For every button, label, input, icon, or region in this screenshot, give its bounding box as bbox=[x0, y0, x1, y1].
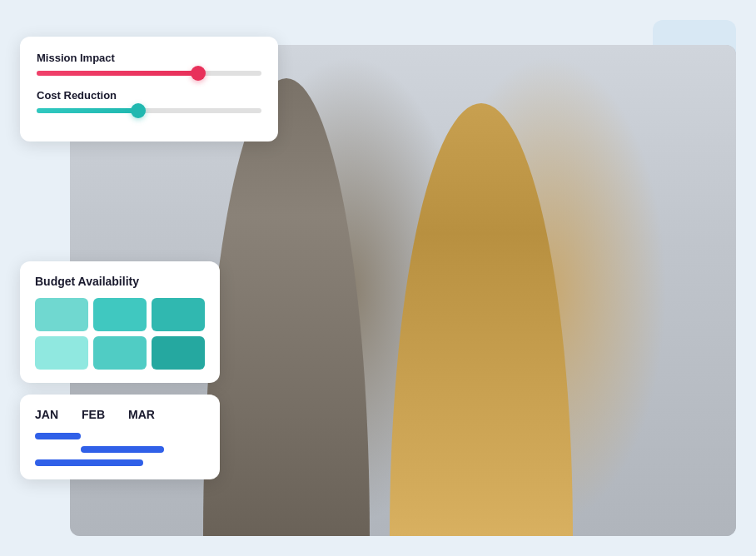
budget-grid bbox=[35, 298, 205, 370]
month-bar-1 bbox=[35, 433, 81, 439]
cost-reduction-label: Cost Reduction bbox=[37, 89, 261, 102]
month-bar-3 bbox=[35, 459, 143, 466]
mission-impact-track[interactable] bbox=[37, 71, 261, 76]
budget-cell bbox=[35, 336, 88, 370]
month-label-jan: JAN bbox=[35, 408, 58, 421]
cost-reduction-track[interactable] bbox=[37, 108, 261, 113]
budget-cell bbox=[93, 336, 147, 370]
budget-card: Budget Availability bbox=[20, 261, 220, 383]
budget-cell bbox=[93, 298, 147, 331]
budget-cell bbox=[35, 298, 88, 331]
month-label-mar: MAR bbox=[128, 408, 155, 421]
cost-reduction-slider-container: Cost Reduction bbox=[37, 89, 261, 113]
cost-reduction-fill bbox=[37, 108, 138, 113]
cost-reduction-thumb[interactable] bbox=[131, 103, 146, 118]
budget-card-title: Budget Availability bbox=[35, 275, 205, 288]
month-bars bbox=[35, 433, 205, 466]
months-header: JAN FEB MAR bbox=[35, 408, 205, 421]
mission-impact-thumb[interactable] bbox=[191, 66, 206, 81]
mission-impact-label: Mission Impact bbox=[37, 52, 261, 64]
months-card: JAN FEB MAR bbox=[20, 395, 220, 479]
month-bar-2 bbox=[81, 446, 164, 453]
scene: Mission Impact Cost Reduction Budget Ava… bbox=[20, 20, 736, 536]
sliders-card: Mission Impact Cost Reduction bbox=[20, 37, 278, 141]
budget-cell bbox=[152, 336, 205, 370]
budget-cell bbox=[152, 298, 205, 331]
mission-impact-slider-container: Mission Impact bbox=[37, 52, 261, 76]
month-label-feb: FEB bbox=[82, 408, 105, 421]
mission-impact-fill bbox=[37, 71, 198, 76]
